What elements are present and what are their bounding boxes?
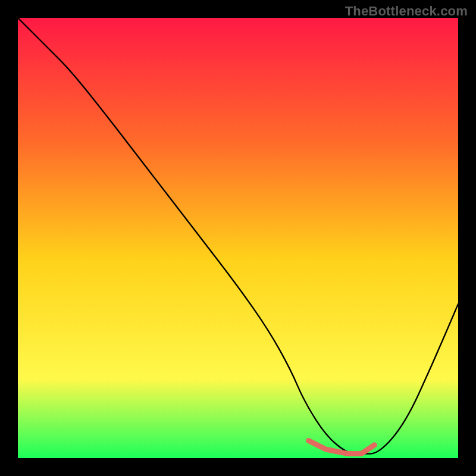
gradient-background bbox=[18, 18, 458, 458]
plot-area bbox=[18, 18, 458, 458]
chart-stage: TheBottleneck.com bbox=[0, 0, 476, 476]
watermark-text: TheBottleneck.com bbox=[345, 4, 468, 19]
chart-svg bbox=[18, 18, 458, 458]
